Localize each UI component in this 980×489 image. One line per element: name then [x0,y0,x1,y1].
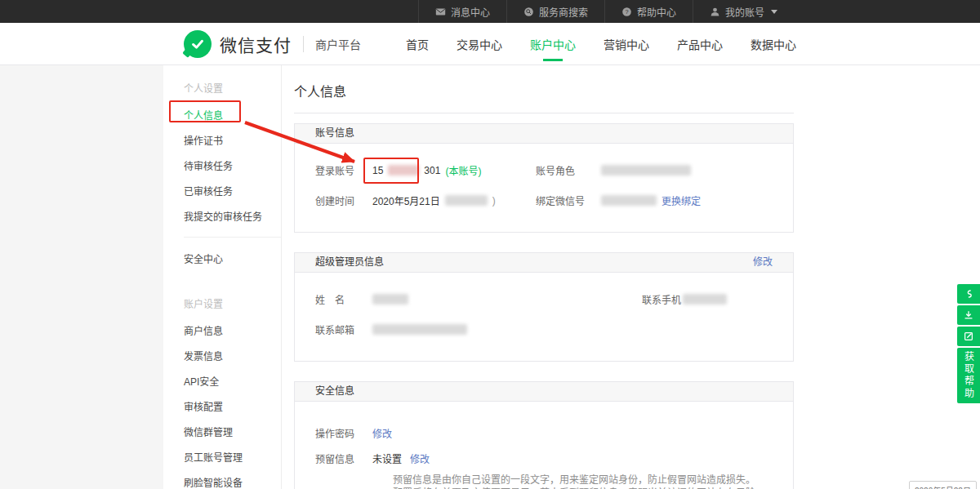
sidebar-item-review-config[interactable]: 审核配置 [163,393,281,419]
float-link-button[interactable] [957,284,980,304]
nav-account-center[interactable]: 账户中心 [530,36,576,52]
sidebar-item-face-smart-device[interactable]: 刷脸智能设备 [163,469,281,489]
account-info-card: 账号信息 登录账号 15301 (本账号) 账号角色 [294,123,794,233]
header: 微信支付 商户平台 首页 交易中心 账户中心 营销中心 产品中心 数据中心 [0,23,980,65]
admin-name-label: 姓 名 [315,292,372,306]
sidebar-item-personal-info[interactable]: 个人信息 [163,102,281,127]
search-circle-icon [523,7,534,17]
topbar-my-account[interactable]: 我的账号 [693,0,794,23]
topbar-item-label: 服务商搜索 [539,5,588,19]
question-circle-icon: ? [621,7,632,17]
link-icon [963,288,974,300]
card-title: 超级管理员信息 [315,253,384,272]
main-nav: 首页 交易中心 账户中心 营销中心 产品中心 数据中心 [406,36,796,52]
nav-product-center[interactable]: 产品中心 [677,36,723,52]
sidebar-item-staff-account-management[interactable]: 员工账号管理 [163,444,281,469]
floating-help-bar: 获取帮助 [957,284,980,403]
redacted-contact-phone [683,294,727,305]
created-time-value: 2020年5月21日) [372,193,496,207]
change-binding-link[interactable]: 更换绑定 [662,193,701,207]
sidebar-item-wechat-group-management[interactable]: 微信群管理 [163,419,281,444]
sidebar: 个人设置 个人信息 操作证书 待审核任务 已审核任务 我提交的审核任务 安全中心… [163,65,282,489]
redacted-created-time [445,195,488,206]
sidebar-item-api-security[interactable]: API安全 [163,368,281,393]
password-modify-link[interactable]: 修改 [372,426,392,440]
redacted-admin-name [372,294,408,305]
get-help-button[interactable]: 获取帮助 [957,348,980,403]
edit-icon [963,331,974,342]
sidebar-section-account-settings: 账户设置 [163,289,281,318]
sidebar-divider [184,237,281,238]
nav-marketing-center[interactable]: 营销中心 [604,36,649,52]
admin-modify-link[interactable]: 修改 [753,253,773,272]
sidebar-section-personal-settings: 个人设置 [163,73,281,102]
topbar-help-center[interactable]: ? 帮助中心 [604,0,693,23]
sidebar-item-pending-review-tasks[interactable]: 待审核任务 [163,153,281,178]
reserved-info-description: 预留信息是由你自己设置的一段文字，用来鉴定网站身份，防止假冒网站造成损失。 配置… [393,474,773,489]
account-role-label: 账号角色 [536,163,601,177]
topbar-item-label: 我的账号 [725,5,764,19]
operation-password-label: 操作密码 [315,426,372,440]
float-download-button[interactable] [957,305,980,325]
reserved-info-label: 预留信息 [315,451,372,465]
topbar-message-center[interactable]: 消息中心 [418,0,506,23]
super-admin-card: 超级管理员信息 修改 姓 名 联系手机 联系邮箱 [294,252,794,362]
sidebar-item-invoice-info[interactable]: 发票信息 [163,343,281,368]
security-info-card-header: 安全信息 [295,382,793,402]
topbar-service-provider-search[interactable]: 服务商搜索 [506,0,604,23]
float-edit-button[interactable] [957,327,980,346]
date-tooltip: 2020年5月22日 [909,481,977,489]
redacted-login-account [388,165,419,176]
reserved-modify-link[interactable]: 修改 [410,451,430,465]
nav-home[interactable]: 首页 [406,36,429,52]
brand-separator [303,36,304,52]
super-admin-card-header: 超级管理员信息 修改 [295,253,793,273]
brand-name: 微信支付 [220,32,292,56]
page-title: 个人信息 [294,65,794,113]
wechat-pay-logo[interactable]: 微信支付 商户平台 [184,30,361,58]
login-account-value: 15301 (本账号) [372,163,481,177]
sidebar-item-merchant-info[interactable]: 商户信息 [163,318,281,343]
card-title: 安全信息 [315,382,354,401]
sidebar-item-my-submitted-tasks[interactable]: 我提交的审核任务 [163,203,281,229]
sidebar-item-operation-certificate[interactable]: 操作证书 [163,127,281,153]
chevron-down-icon [771,10,777,14]
reserved-info-value: 未设置 [372,451,402,465]
redacted-bound-wechat [601,195,657,206]
sidebar-item-reviewed-tasks[interactable]: 已审核任务 [163,178,281,203]
wechat-pay-logo-icon [184,30,212,58]
svg-text:?: ? [625,8,628,16]
sidebar-item-security-center[interactable]: 安全中心 [163,246,281,271]
login-account-label: 登录账号 [315,163,372,177]
contact-phone-label: 联系手机 [642,292,683,306]
page-body: 个人设置 个人信息 操作证书 待审核任务 已审核任务 我提交的审核任务 安全中心… [0,65,980,489]
topbar: 消息中心 服务商搜索 ? 帮助中心 我的账号 [0,0,980,23]
redacted-account-role [601,165,691,176]
mail-icon [435,7,446,17]
user-icon [710,7,720,17]
nav-data-center[interactable]: 数据中心 [751,36,796,52]
redacted-contact-email [372,324,467,335]
account-info-card-header: 账号信息 [295,124,793,144]
security-info-card: 安全信息 操作密码 修改 预留信息 未设置 修改 预留 [294,381,794,489]
bound-wechat-label: 绑定微信号 [536,193,601,207]
topbar-item-label: 消息中心 [451,5,490,19]
brand-subtitle: 商户平台 [315,36,361,52]
download-icon [963,309,974,321]
created-time-label: 创建时间 [315,193,372,207]
topbar-item-label: 帮助中心 [637,5,676,19]
left-gutter [0,65,163,489]
nav-transaction-center[interactable]: 交易中心 [457,36,502,52]
card-title: 账号信息 [315,124,354,143]
contact-email-label: 联系邮箱 [315,322,372,336]
main-content: 个人信息 账号信息 登录账号 15301 (本账号) 账号角色 [294,65,794,489]
current-account-tag: (本账号) [445,163,481,177]
